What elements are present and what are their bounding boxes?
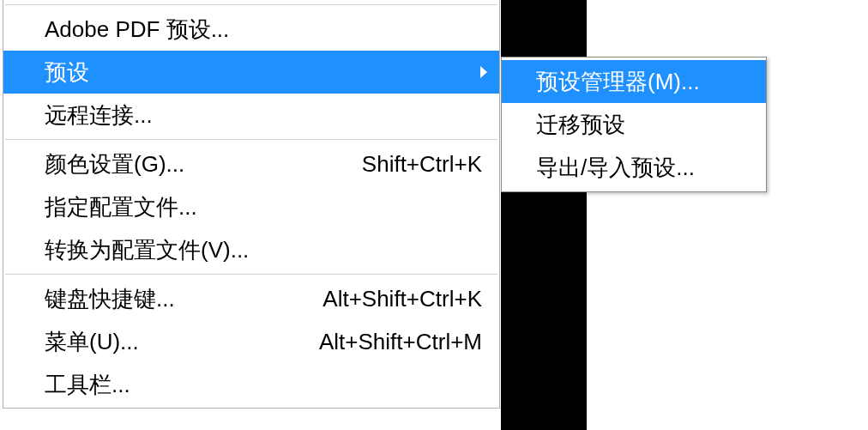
menu-item-shortcut: Shift+Ctrl+K xyxy=(362,151,482,178)
submenu-arrow-icon xyxy=(480,66,487,78)
menu-item-assign-profile[interactable]: 指定配置文件... xyxy=(3,185,499,228)
menu-item-label: 工具栏... xyxy=(45,370,482,400)
menu-item-presets[interactable]: 预设 xyxy=(3,51,499,94)
menu-item-label: 颜色设置(G)... xyxy=(45,149,362,179)
menu-item-label: 迁移预设 xyxy=(536,110,752,140)
menu-item-label: 远程连接... xyxy=(45,100,482,130)
submenu-item-export-import-presets[interactable]: 导出/导入预设... xyxy=(502,146,766,189)
menu-separator xyxy=(5,139,497,140)
menu-item-label: 菜单(U)... xyxy=(45,327,319,357)
menu-item-remote-connect[interactable]: 远程连接... xyxy=(3,94,499,136)
menu-item-shortcut: Alt+Shift+Ctrl+M xyxy=(319,329,482,355)
edit-menu-dropdown: Adobe PDF 预设... 预设 远程连接... 颜色设置(G)... Sh… xyxy=(3,0,500,409)
menu-item-label: 预设 xyxy=(45,58,482,88)
menu-item-label: 转换为配置文件(V)... xyxy=(45,235,482,265)
menu-item-label: Adobe PDF 预设... xyxy=(45,15,482,45)
submenu-item-preset-manager[interactable]: 预设管理器(M)... xyxy=(502,60,766,103)
menu-item-shortcut: Alt+Shift+Ctrl+K xyxy=(322,286,482,312)
menu-separator xyxy=(5,274,497,275)
menu-item-menus[interactable]: 菜单(U)... Alt+Shift+Ctrl+M xyxy=(3,320,499,363)
menu-item-toolbar[interactable]: 工具栏... xyxy=(3,363,499,406)
menu-item-label: 导出/导入预设... xyxy=(536,153,752,183)
menu-item-adobe-pdf-presets[interactable]: Adobe PDF 预设... xyxy=(3,8,499,51)
menu-item-color-settings[interactable]: 颜色设置(G)... Shift+Ctrl+K xyxy=(3,142,499,185)
menu-separator xyxy=(5,4,497,5)
menu-item-label: 指定配置文件... xyxy=(45,192,482,222)
menu-item-convert-profile[interactable]: 转换为配置文件(V)... xyxy=(3,228,499,271)
presets-submenu: 预设管理器(M)... 迁移预设 导出/导入预设... xyxy=(501,57,767,192)
submenu-item-migrate-presets[interactable]: 迁移预设 xyxy=(502,103,766,146)
menu-item-label: 键盘快捷键... xyxy=(45,284,322,314)
menu-item-keyboard-shortcuts[interactable]: 键盘快捷键... Alt+Shift+Ctrl+K xyxy=(3,277,499,320)
menu-item-label: 预设管理器(M)... xyxy=(536,67,752,97)
